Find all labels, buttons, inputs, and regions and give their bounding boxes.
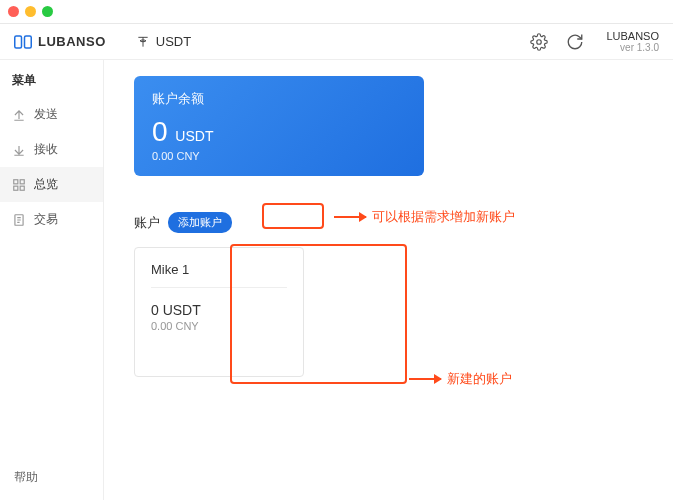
tether-icon — [136, 35, 150, 49]
balance-amount: 0 USDT — [152, 116, 406, 148]
balance-card: 账户余额 0 USDT 0.00 CNY — [134, 76, 424, 176]
accounts-heading: 账户 — [134, 214, 160, 232]
grid-icon — [12, 178, 26, 192]
svg-rect-3 — [14, 179, 18, 183]
upload-icon — [12, 108, 26, 122]
sidebar-item-send[interactable]: 发送 — [0, 97, 103, 132]
brand-text: LUBANSO — [38, 34, 106, 49]
svg-rect-0 — [15, 36, 22, 48]
window-titlebar — [0, 0, 673, 24]
sidebar-item-label: 接收 — [34, 141, 58, 158]
balance-title: 账户余额 — [152, 90, 406, 108]
account-name: Mike 1 — [151, 262, 287, 288]
annotation-new-text: 新建的账户 — [409, 370, 512, 388]
svg-point-2 — [537, 39, 542, 44]
help-link[interactable]: 帮助 — [0, 455, 103, 500]
sidebar-item-label: 发送 — [34, 106, 58, 123]
maximize-window-button[interactable] — [42, 6, 53, 17]
logo-icon — [14, 35, 32, 49]
account-sub: 0.00 CNY — [151, 320, 287, 332]
svg-rect-4 — [20, 179, 24, 183]
currency-label: USDT — [156, 34, 191, 49]
minimize-window-button[interactable] — [25, 6, 36, 17]
annotation-add-text: 可以根据需求增加新账户 — [334, 208, 515, 226]
document-icon — [12, 213, 26, 227]
balance-sub: 0.00 CNY — [152, 150, 406, 162]
add-account-button[interactable]: 添加账户 — [168, 212, 232, 233]
settings-icon[interactable] — [530, 33, 548, 51]
sidebar-item-overview[interactable]: 总览 — [0, 167, 103, 202]
sidebar-item-label: 交易 — [34, 211, 58, 228]
svg-rect-1 — [25, 36, 32, 48]
refresh-icon[interactable] — [566, 33, 584, 51]
account-card[interactable]: Mike 1 0 USDT 0.00 CNY — [134, 247, 304, 377]
account-balance: 0 USDT — [151, 302, 287, 318]
download-icon — [12, 143, 26, 157]
app-header: LUBANSO USDT LUBANSO ver 1.3.0 — [0, 24, 673, 60]
menu-heading: 菜单 — [0, 60, 103, 97]
sidebar-item-label: 总览 — [34, 176, 58, 193]
sidebar-item-transactions[interactable]: 交易 — [0, 202, 103, 237]
sidebar: 菜单 发送 接收 总览 交易 帮助 — [0, 60, 104, 500]
currency-selector[interactable]: USDT — [136, 34, 191, 49]
sidebar-item-receive[interactable]: 接收 — [0, 132, 103, 167]
close-window-button[interactable] — [8, 6, 19, 17]
main-content: 账户余额 0 USDT 0.00 CNY 账户 添加账户 Mike 1 0 US… — [104, 60, 673, 500]
app-version: LUBANSO ver 1.3.0 — [606, 30, 659, 53]
svg-rect-6 — [20, 186, 24, 190]
svg-rect-5 — [14, 186, 18, 190]
